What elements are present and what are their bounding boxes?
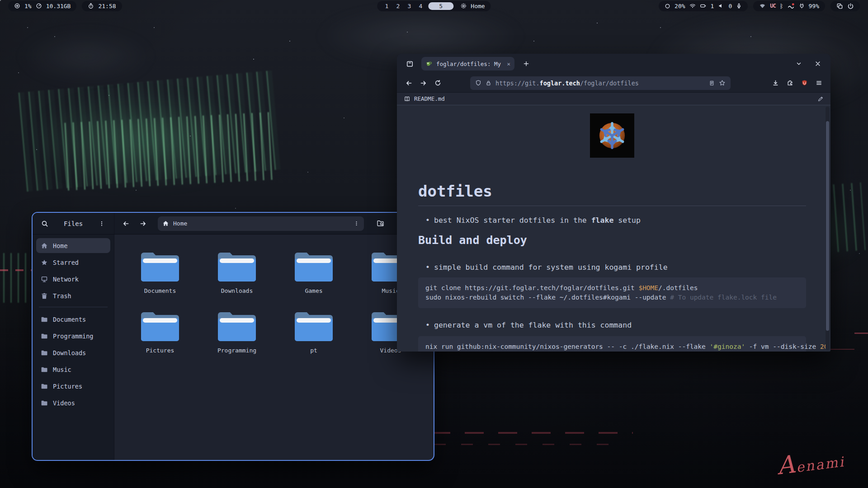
readme-filename: README.md [414,95,445,102]
memory-gauge-icon [36,3,42,9]
sidebar-item-network[interactable]: Network [36,272,110,286]
workspace-pill: 1 2 3 4 5 Home [377,1,491,11]
workspace-3[interactable]: 3 [406,3,413,9]
tray-uc-icon[interactable]: UC [770,3,775,9]
battery-percent-value: 99% [809,3,819,9]
book-icon [404,96,410,102]
menu-button[interactable] [811,76,826,90]
folder-tile-documents[interactable]: Documents [141,253,179,301]
code-text: /.dotfiles [658,284,698,291]
files-app-menu-button[interactable] [95,217,108,230]
notification-wave-icon[interactable] [788,3,795,9]
code-block-vm[interactable]: nix run github:nix-community/nixos-gener… [418,336,806,352]
sidebar-item-home[interactable]: Home [36,238,110,253]
sidebar-item-documents[interactable]: Documents [36,312,110,327]
memory-usage-value: 10.31GB [46,3,71,9]
url-text: https://git.foglar.tech/foglar/dotfiles [495,80,639,87]
edit-pencil-icon[interactable] [817,96,824,102]
article-title: dotfiles [418,182,806,200]
home-icon [41,242,48,249]
nav-back-button[interactable] [401,76,416,90]
intro-text: best NixOS starter dotfiles in the [434,216,591,225]
downloads-button[interactable] [768,76,783,90]
url-path: /foglar/dotfiles [580,80,639,87]
plus-icon [523,61,529,67]
url-bar[interactable]: https://git.foglar.tech/foglar/dotfiles [470,76,731,90]
folder-label: Documents [144,287,176,294]
speaker-icon[interactable] [718,3,724,9]
sidebar-item-videos[interactable]: Videos [36,395,110,410]
desktop: Aenami 1% 10.31GB 21:58 [0,0,868,488]
reader-view-icon[interactable] [709,80,715,86]
mode-label: Home [471,3,485,9]
code-block-build[interactable]: git clone https://git.foglar.tech/foglar… [418,277,806,308]
workspace-4[interactable]: 4 [417,3,424,9]
path-location-label: Home [173,220,187,227]
folder-search-icon [377,220,385,227]
url-scheme: https://git. [495,80,540,87]
firefox-view-button[interactable] [402,56,417,71]
browser-tab-active[interactable]: foglar/dotfiles: My × [421,57,514,70]
lock-icon[interactable] [486,80,491,86]
ublock-origin-button[interactable] [797,76,811,90]
bookmark-star-icon[interactable] [719,80,726,86]
folder-tile-pt[interactable]: pt [295,312,333,361]
folder-icon [41,316,48,323]
arrow-left-icon [405,80,413,87]
workspace-1[interactable]: 1 [383,3,390,9]
brightness-icon[interactable] [665,3,670,9]
tab-close-icon[interactable]: × [507,61,510,67]
path-menu-kebab-icon[interactable] [354,220,359,227]
sidebar-item-downloads[interactable]: Downloads [36,345,110,360]
extensions-icon [787,80,793,86]
folder-tile-downloads[interactable]: Downloads [218,253,256,301]
folder-icon [295,312,333,341]
cpu-usage-value: 1% [24,3,32,9]
scrollbar-thumb[interactable] [826,121,829,331]
sidebar-item-label: Home [53,242,68,249]
scrollbar-track[interactable] [826,107,830,350]
back-button[interactable] [119,217,132,230]
workspace-switcher: 1 2 3 4 5 Home [377,1,491,11]
files-sidebar: Home Starred Network [33,235,114,460]
nav-forward-button[interactable] [416,76,430,90]
heading-rule [418,206,806,206]
sidebar-item-pictures[interactable]: Pictures [36,379,110,394]
sidebar-item-music[interactable]: Music [36,362,110,377]
reload-button[interactable] [430,76,445,90]
screenshot-icon[interactable] [836,3,843,9]
folder-search-button[interactable] [374,217,387,230]
search-button[interactable] [38,217,52,230]
hamburger-menu-icon [816,80,822,86]
folder-label: Games [305,287,322,294]
trash-icon [41,292,48,300]
folder-tile-pictures[interactable]: Pictures [141,312,179,361]
workspace-2[interactable]: 2 [394,3,401,9]
path-bar[interactable]: Home [158,216,364,231]
new-tab-button[interactable] [519,56,533,71]
list-all-tabs-button[interactable] [792,56,806,71]
clock-value: 21:58 [98,3,116,9]
wifi-icon[interactable] [689,3,696,9]
sidebar-item-label: Videos [53,399,75,407]
tray-wifi-icon[interactable] [759,3,766,9]
tracking-shield-icon[interactable] [475,80,481,86]
sidebar-item-starred[interactable]: Starred [36,255,110,270]
vm-bullet: generate a vm of the flake with this com… [427,320,806,331]
bluetooth-icon[interactable]: ᛒ [780,3,783,9]
folder-tile-games[interactable]: Games [295,253,333,301]
sidebar-item-trash[interactable]: Trash [36,288,110,303]
folder-tile-programming[interactable]: Programming [217,312,256,361]
workspace-5-active[interactable]: 5 [428,2,453,10]
chevron-down-icon [796,61,802,67]
extensions-button[interactable] [783,76,797,90]
sidebar-item-programming[interactable]: Programming [36,328,110,343]
forward-button[interactable] [136,217,150,230]
close-window-button[interactable] [811,56,825,71]
power-icon[interactable] [847,3,854,9]
microphone-icon[interactable] [736,3,742,9]
files-headerbar: Files [33,213,434,235]
download-icon [772,80,779,86]
folder-label: pt [310,347,317,354]
battery-icon[interactable] [700,3,707,9]
